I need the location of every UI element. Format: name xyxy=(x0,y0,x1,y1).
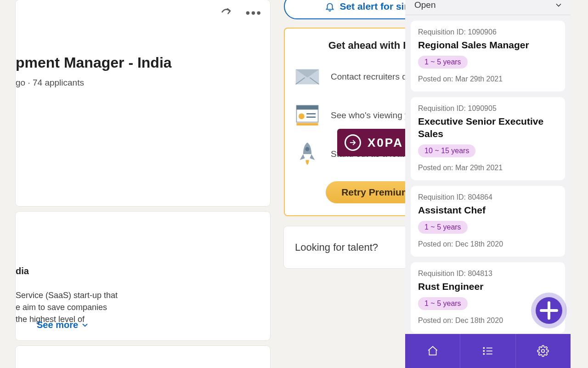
job-detail-card: ••• pment Manager - India go · 74 applic… xyxy=(16,0,270,206)
add-requisition-button[interactable] xyxy=(536,297,562,324)
more-icon[interactable]: ••• xyxy=(246,6,262,19)
rocket-icon xyxy=(294,141,321,167)
svg-point-14 xyxy=(542,350,545,353)
see-more-link[interactable]: See more xyxy=(37,320,89,330)
home-icon xyxy=(427,345,439,357)
experience-pill: 10 ~ 15 years xyxy=(418,144,475,157)
gear-icon xyxy=(537,345,549,357)
svg-rect-6 xyxy=(296,123,318,125)
status-filter[interactable]: Open xyxy=(405,0,571,15)
requisition-id: Requisition ID: 804864 xyxy=(418,193,558,201)
posted-date: Posted on: Mar 29th 2021 xyxy=(418,164,558,172)
nav-settings[interactable] xyxy=(516,334,571,368)
requisition-id: Requisition ID: 1090905 xyxy=(418,104,558,113)
envelope-icon xyxy=(294,63,321,90)
experience-pill: 1 ~ 5 years xyxy=(418,221,468,234)
requisition-id: Requisition ID: 804813 xyxy=(418,270,558,278)
status-label: Open xyxy=(414,0,435,10)
requisition-card[interactable]: Requisition ID: 1090905Executive Senior … xyxy=(411,97,565,180)
extra-card xyxy=(16,346,270,368)
arrow-right-circle-icon xyxy=(345,134,361,151)
job-description-card: dia Service (SaaS) start-up that e aim t… xyxy=(16,212,270,340)
svg-point-3 xyxy=(299,113,305,119)
requisition-list[interactable]: Requisition ID: 1090906Regional Sales Ma… xyxy=(405,15,571,334)
profile-views-icon xyxy=(294,102,321,129)
bottom-nav xyxy=(405,334,571,368)
posted-date: Posted on: Mar 29th 2021 xyxy=(418,75,558,83)
requisition-title: Executive Senior Executive Sales xyxy=(418,115,558,140)
share-icon[interactable] xyxy=(220,6,233,20)
requisition-title: Assistant Chef xyxy=(418,204,558,216)
requisition-card[interactable]: Requisition ID: 804864Assistant Chef1 ~ … xyxy=(411,186,565,257)
requisition-panel: Open Requisition ID: 1090906Regional Sal… xyxy=(405,0,571,368)
list-icon xyxy=(482,345,494,357)
requisition-title: Regional Sales Manager xyxy=(418,39,558,51)
chevron-down-icon xyxy=(554,0,563,10)
experience-pill: 1 ~ 5 years xyxy=(418,56,468,69)
svg-point-11 xyxy=(483,347,484,348)
svg-rect-2 xyxy=(296,105,318,109)
desc-heading: dia xyxy=(16,266,259,276)
requisition-title: Rust Engineer xyxy=(418,281,558,293)
nav-home[interactable] xyxy=(405,334,460,368)
nav-list[interactable] xyxy=(460,334,515,368)
svg-point-7 xyxy=(305,147,309,151)
svg-point-13 xyxy=(483,353,484,354)
plus-icon xyxy=(536,297,562,324)
requisition-id: Requisition ID: 1090906 xyxy=(418,28,558,36)
requisition-card[interactable]: Requisition ID: 1090906Regional Sales Ma… xyxy=(411,21,565,92)
svg-point-12 xyxy=(483,351,484,351)
bell-icon xyxy=(325,1,335,12)
job-title: pment Manager - India xyxy=(16,54,259,71)
job-meta: go · 74 applicants xyxy=(16,78,259,88)
talent-question: Looking for talent? xyxy=(295,242,378,253)
experience-pill: 1 ~ 5 years xyxy=(418,297,468,310)
posted-date: Posted on: Dec 18th 2020 xyxy=(418,240,558,248)
